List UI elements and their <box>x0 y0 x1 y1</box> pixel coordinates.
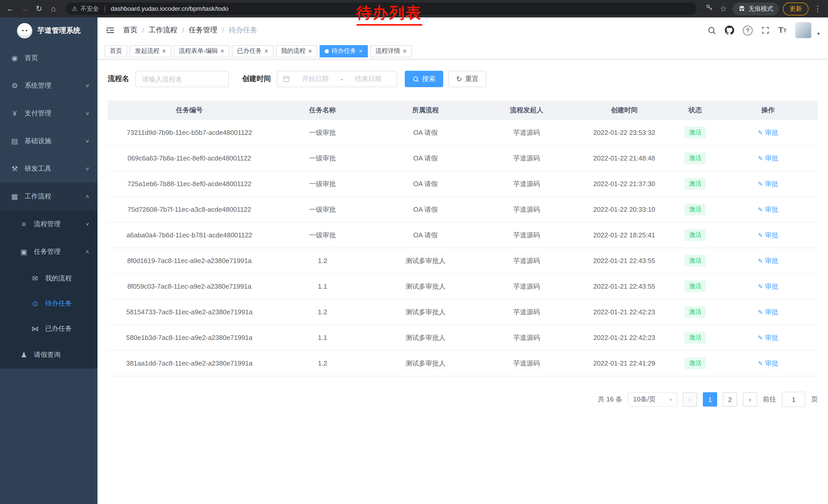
close-icon[interactable]: × <box>162 48 166 54</box>
task-id-cell: 725a1eb6-7b88-11ec-8ef0-acde48001122 <box>108 171 271 197</box>
logo-avatar <box>17 23 32 39</box>
page-2-button[interactable]: 2 <box>723 392 737 407</box>
font-size-icon[interactable]: TT <box>778 26 786 35</box>
start-date-placeholder[interactable]: 开始日期 <box>292 74 339 84</box>
app-logo[interactable]: 芋道管理系统 <box>0 17 97 44</box>
sidebar-item-infrastructure[interactable]: ▤ 基础设施 ∨ <box>0 127 97 155</box>
chevron-down-icon: ∨ <box>85 111 90 116</box>
star-icon[interactable]: ☆ <box>718 0 729 17</box>
edit-icon: ✎ <box>758 129 763 136</box>
total-count: 共 16 条 <box>598 395 622 404</box>
sidebar-item-process-management[interactable]: ≡ 流程管理 ∨ <box>0 210 97 238</box>
task-name-cell: 一级审批 <box>271 145 374 171</box>
approve-link[interactable]: ✎ 审批 <box>758 307 778 317</box>
process-cell: OA 请假 <box>374 145 477 171</box>
goto-page-input[interactable] <box>782 392 805 407</box>
task-id-cell: 73211d9d-7b9b-11ec-b5b7-acde48001122 <box>108 120 271 145</box>
sidebar-item-workflow[interactable]: ▦ 工作流程 ∧ <box>0 183 97 210</box>
table-row: 58154733-7ac8-11ec-a9e2-a2380e71991a 1.2… <box>108 299 818 325</box>
tab-home[interactable]: 首页 <box>105 45 127 57</box>
sidebar-item-dev-tools[interactable]: ⚒ 研发工具 ∨ <box>0 155 97 183</box>
search-button[interactable]: 搜索 <box>405 71 443 87</box>
approve-link[interactable]: ✎ 审批 <box>758 282 778 291</box>
tab-my-processes[interactable]: 我的流程 × <box>276 45 317 57</box>
filter-bar: 流程名 创建时间 开始日期 - 结束日期 搜索 ↻ 重置 <box>108 71 818 87</box>
menu-dots-icon[interactable]: ⋮ <box>813 0 823 17</box>
sidebar-item-done-tasks[interactable]: ⋈ 已办任务 <box>0 316 97 341</box>
close-icon[interactable]: × <box>264 48 268 54</box>
close-icon[interactable]: × <box>220 48 224 54</box>
next-page-button[interactable]: › <box>743 392 757 407</box>
approve-link[interactable]: ✎ 审批 <box>758 153 778 163</box>
sidebar-item-task-management[interactable]: ▣ 任务管理 ∧ <box>0 238 97 266</box>
close-icon[interactable]: × <box>359 48 363 54</box>
page-1-button[interactable]: 1 <box>703 392 717 407</box>
approve-link[interactable]: ✎ 审批 <box>758 256 778 265</box>
url-text: dashboard.yudao.iocoder.cn/bpm/task/todo <box>111 5 229 12</box>
tab-process-detail[interactable]: 流程详情 × <box>370 45 412 57</box>
initiator-cell: 芋道源码 <box>477 299 576 325</box>
approve-link[interactable]: ✎ 审批 <box>758 359 778 368</box>
tab-todo-tasks[interactable]: 待办任务 × <box>320 45 368 57</box>
breadcrumb-workflow[interactable]: 工作流程 <box>149 26 177 35</box>
task-id-cell: 75d72608-7b7f-11ec-a3c8-acde48001122 <box>108 197 271 222</box>
column-header-actions: 操作 <box>718 100 818 120</box>
sidebar-item-home[interactable]: ◉ 首页 <box>0 44 97 72</box>
back-icon[interactable]: ← <box>5 0 15 17</box>
approve-link[interactable]: ✎ 审批 <box>758 230 778 240</box>
incognito-icon <box>738 5 745 12</box>
reload-icon[interactable]: ↻ <box>34 0 44 17</box>
created-time-cell: 2022-01-21 22:42:23 <box>576 325 672 351</box>
process-cell: 测试多审批人 <box>374 325 477 351</box>
breadcrumb-separator: / <box>222 26 224 34</box>
fullscreen-icon[interactable] <box>761 26 770 34</box>
sidebar-toggle-icon[interactable] <box>106 26 115 35</box>
breadcrumb: 首页 / 工作流程 / 任务管理 / 待办任务 <box>123 26 257 35</box>
prev-page-button[interactable]: ‹ <box>683 392 697 407</box>
reset-button[interactable]: ↻ 重置 <box>448 71 486 87</box>
sidebar-item-leave-query[interactable]: ♟ 请假查询 <box>0 341 97 369</box>
key-icon[interactable] <box>704 0 714 17</box>
approve-link[interactable]: ✎ 审批 <box>758 205 778 214</box>
approve-link[interactable]: ✎ 审批 <box>758 128 778 137</box>
github-icon[interactable] <box>725 26 734 35</box>
user-avatar[interactable] <box>795 22 812 39</box>
created-time-cell: 2022-01-22 23:53:32 <box>576 120 672 145</box>
chevron-down-icon: ∨ <box>85 222 90 227</box>
breadcrumb-current: 待办任务 <box>229 26 257 35</box>
update-button[interactable]: 更新 <box>783 2 809 15</box>
breadcrumb-home[interactable]: 首页 <box>123 26 137 35</box>
approve-link[interactable]: ✎ 审批 <box>758 333 778 342</box>
task-name-cell: 一级审批 <box>271 197 374 222</box>
end-date-placeholder[interactable]: 结束日期 <box>345 74 391 84</box>
forward-icon[interactable]: → <box>19 0 30 17</box>
sidebar-item-system-management[interactable]: ⚙ 系统管理 ∨ <box>0 72 97 99</box>
breadcrumb-task-management[interactable]: 任务管理 <box>189 26 217 35</box>
edit-icon: ✎ <box>758 154 763 162</box>
tab-done-tasks[interactable]: 已办任务 × <box>232 45 273 57</box>
caret-down-icon[interactable]: ▾ <box>817 31 820 39</box>
search-icon[interactable] <box>707 26 716 35</box>
home-icon[interactable]: ⌂ <box>48 0 58 17</box>
table-row: 75d72608-7b7f-11ec-a3c8-acde48001122 一级审… <box>108 197 818 222</box>
process-cell: 测试多审批人 <box>374 299 477 325</box>
close-icon[interactable]: × <box>403 48 407 54</box>
close-icon[interactable]: × <box>308 48 312 54</box>
warning-icon: ⚠ <box>72 5 78 12</box>
process-name-input[interactable] <box>135 71 229 87</box>
sidebar-item-my-processes[interactable]: ✉ 我的流程 <box>0 266 97 291</box>
tab-start-process[interactable]: 发起流程 × <box>130 45 171 57</box>
status-cell: 激活 <box>672 248 718 274</box>
page-content: 流程名 创建时间 开始日期 - 结束日期 搜索 ↻ 重置 <box>97 59 828 407</box>
initiator-cell: 芋道源码 <box>477 248 576 274</box>
help-icon[interactable]: ? <box>743 26 753 35</box>
tab-process-form-edit[interactable]: 流程表单-编辑 × <box>174 45 229 57</box>
approve-link[interactable]: ✎ 审批 <box>758 179 778 188</box>
edit-icon: ✎ <box>758 283 763 290</box>
chevron-down-icon: ∨ <box>85 138 90 144</box>
sidebar-item-todo-tasks[interactable]: ⊙ 待办任务 <box>0 291 97 316</box>
sidebar-item-payment-management[interactable]: ¥ 支付管理 ∨ <box>0 99 97 127</box>
page-size-select[interactable]: 10条/页 ▾ <box>628 392 677 407</box>
task-name-cell: 一级审批 <box>271 222 374 248</box>
date-range-picker[interactable]: 开始日期 - 结束日期 <box>277 71 397 87</box>
